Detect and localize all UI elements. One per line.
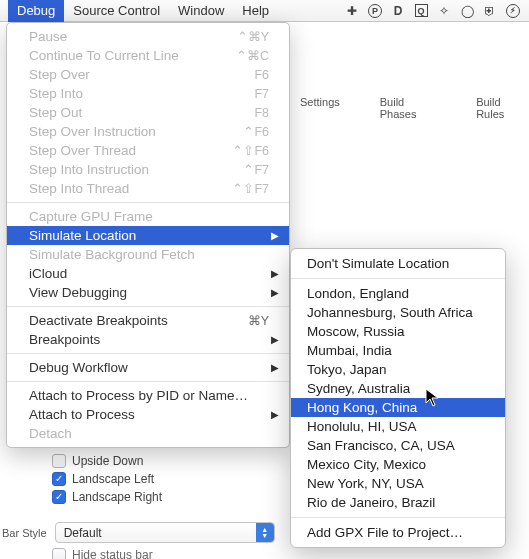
p-icon[interactable]: P bbox=[367, 3, 383, 19]
location-item[interactable]: Johannesburg, South Africa bbox=[291, 303, 505, 322]
plus-icon[interactable]: ✚ bbox=[344, 3, 360, 19]
shield-icon[interactable]: ⛨ bbox=[482, 3, 498, 19]
tab-settings[interactable]: Settings bbox=[300, 96, 340, 122]
menubar: Debug Source Control Window Help ✚ P D Q… bbox=[0, 0, 529, 22]
submenu-arrow-icon: ▶ bbox=[271, 334, 279, 345]
menu-view-debugging[interactable]: View Debugging▶ bbox=[7, 283, 289, 302]
orientation-upside-down-row: Upside Down bbox=[0, 452, 330, 470]
bar-style-value: Default bbox=[64, 526, 102, 540]
menubar-item-source-control[interactable]: Source Control bbox=[64, 0, 169, 22]
menu-debug-workflow[interactable]: Debug Workflow▶ bbox=[7, 358, 289, 377]
location-item[interactable]: Mumbai, India bbox=[291, 341, 505, 360]
hide-status-bar-row: Hide status bar bbox=[52, 548, 153, 559]
location-add-gpx[interactable]: Add GPX File to Project… bbox=[291, 523, 505, 542]
submenu-arrow-icon: ▶ bbox=[271, 268, 279, 279]
menu-separator bbox=[7, 202, 289, 203]
menu-simulate-location[interactable]: Simulate Location▶ bbox=[7, 226, 289, 245]
menu-continue-to-current-line[interactable]: Continue To Current Line⌃⌘C bbox=[7, 46, 289, 65]
bolt-icon[interactable]: ⚡︎ bbox=[505, 3, 521, 19]
menubar-item-help[interactable]: Help bbox=[233, 0, 278, 22]
location-dont-simulate[interactable]: Don't Simulate Location bbox=[291, 254, 505, 273]
submenu-arrow-icon: ▶ bbox=[271, 287, 279, 298]
menu-icloud[interactable]: iCloud▶ bbox=[7, 264, 289, 283]
orientation-label: Landscape Right bbox=[72, 490, 162, 504]
select-arrows-icon: ▲▼ bbox=[256, 523, 274, 542]
menu-step-over-instruction[interactable]: Step Over Instruction⌃F6 bbox=[7, 122, 289, 141]
menu-attach-to-process[interactable]: Attach to Process▶ bbox=[7, 405, 289, 424]
bar-style-label: Bar Style bbox=[2, 527, 47, 539]
menu-detach[interactable]: Detach bbox=[7, 424, 289, 443]
location-item[interactable]: Hong Kong, China bbox=[291, 398, 505, 417]
menu-capture-gpu-frame[interactable]: Capture GPU Frame bbox=[7, 207, 289, 226]
location-item[interactable]: Moscow, Russia bbox=[291, 322, 505, 341]
menu-separator bbox=[7, 353, 289, 354]
checkbox-upside-down[interactable] bbox=[52, 454, 66, 468]
menu-pause[interactable]: Pause⌃⌘Y bbox=[7, 27, 289, 46]
location-item[interactable]: Sydney, Australia bbox=[291, 379, 505, 398]
submenu-arrow-icon: ▶ bbox=[271, 362, 279, 373]
menu-attach-by-pid[interactable]: Attach to Process by PID or Name… bbox=[7, 386, 289, 405]
menu-step-into[interactable]: Step IntoF7 bbox=[7, 84, 289, 103]
menubar-item-debug[interactable]: Debug bbox=[8, 0, 64, 22]
hide-status-bar-label: Hide status bar bbox=[72, 548, 153, 559]
location-item[interactable]: Honolulu, HI, USA bbox=[291, 417, 505, 436]
location-item[interactable]: Mexico City, Mexico bbox=[291, 455, 505, 474]
menu-deactivate-breakpoints[interactable]: Deactivate Breakpoints⌘Y bbox=[7, 311, 289, 330]
bar-style-row: Bar Style Default ▲▼ bbox=[0, 522, 275, 543]
orientation-landscape-left-row: Landscape Left bbox=[0, 470, 330, 488]
cloud-icon[interactable]: ◯ bbox=[459, 3, 475, 19]
location-item[interactable]: Rio de Janeiro, Brazil bbox=[291, 493, 505, 512]
q-icon[interactable]: Q bbox=[413, 3, 429, 19]
checkbox-landscape-right[interactable] bbox=[52, 490, 66, 504]
submenu-arrow-icon: ▶ bbox=[271, 409, 279, 420]
menu-step-out[interactable]: Step OutF8 bbox=[7, 103, 289, 122]
orientation-landscape-right-row: Landscape Right bbox=[0, 488, 330, 506]
location-item[interactable]: Tokyo, Japan bbox=[291, 360, 505, 379]
submenu-arrow-icon: ▶ bbox=[271, 230, 279, 241]
tab-build-rules[interactable]: Build Rules bbox=[476, 96, 525, 122]
debug-menu-dropdown: Pause⌃⌘Y Continue To Current Line⌃⌘C Ste… bbox=[6, 22, 290, 448]
menu-step-over-thread[interactable]: Step Over Thread⌃⇧F6 bbox=[7, 141, 289, 160]
menu-step-into-thread[interactable]: Step Into Thread⌃⇧F7 bbox=[7, 179, 289, 198]
bar-style-select[interactable]: Default ▲▼ bbox=[55, 522, 275, 543]
menu-breakpoints[interactable]: Breakpoints▶ bbox=[7, 330, 289, 349]
location-item[interactable]: London, England bbox=[291, 284, 505, 303]
menu-simulate-background-fetch[interactable]: Simulate Background Fetch bbox=[7, 245, 289, 264]
menu-separator bbox=[7, 306, 289, 307]
menu-separator bbox=[291, 517, 505, 518]
menu-separator bbox=[291, 278, 505, 279]
checkbox-landscape-left[interactable] bbox=[52, 472, 66, 486]
menu-step-into-instruction[interactable]: Step Into Instruction⌃F7 bbox=[7, 160, 289, 179]
d-icon[interactable]: D bbox=[390, 3, 406, 19]
dropbox-icon[interactable]: ✧ bbox=[436, 3, 452, 19]
menubar-item-window[interactable]: Window bbox=[169, 0, 233, 22]
orientation-section: Upside Down Landscape Left Landscape Rig… bbox=[0, 452, 330, 506]
menu-step-over[interactable]: Step OverF6 bbox=[7, 65, 289, 84]
editor-tabs: Settings Build Phases Build Rules bbox=[300, 96, 525, 122]
location-item[interactable]: San Francisco, CA, USA bbox=[291, 436, 505, 455]
menubar-status-icons: ✚ P D Q ✧ ◯ ⛨ ⚡︎ bbox=[344, 3, 529, 19]
orientation-label: Upside Down bbox=[72, 454, 143, 468]
checkbox-hide-status-bar[interactable] bbox=[52, 548, 66, 559]
tab-build-phases[interactable]: Build Phases bbox=[380, 96, 436, 122]
location-item[interactable]: New York, NY, USA bbox=[291, 474, 505, 493]
simulate-location-submenu: Don't Simulate Location London, England … bbox=[290, 248, 506, 548]
orientation-label: Landscape Left bbox=[72, 472, 154, 486]
menu-separator bbox=[7, 381, 289, 382]
